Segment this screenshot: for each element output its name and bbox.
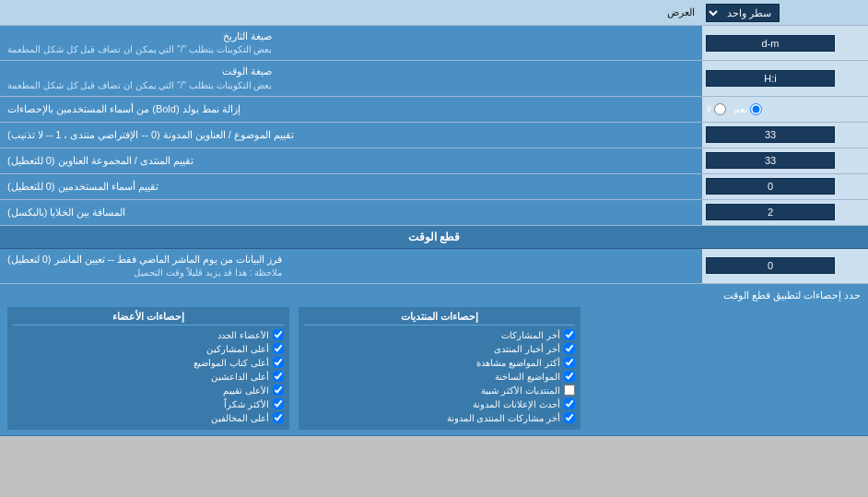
time-format-input-area [702, 61, 868, 95]
stats-post-check-3[interactable] [564, 371, 575, 382]
stats-mem-item-6: أعلى المخالفين [13, 412, 284, 423]
stats-mem-label-6: أعلى المخالفين [211, 413, 269, 423]
usernames-sort-input[interactable] [706, 178, 835, 195]
stats-post-label-1: أخر أخبار المنتدى [494, 344, 560, 354]
cutoff-days-label-text: فرز البيانات من يوم الماشر الماضي فقط --… [7, 254, 282, 265]
topic-sort-label-text: تقييم الموضوع / العناوين المدونة (0 -- ا… [7, 128, 294, 142]
stats-post-label-4: المنتديات الأكثر شبية [481, 385, 560, 396]
stats-post-item-2: أكثر المواضيع مشاهدة [304, 357, 575, 368]
stats-post-label-6: أخر مشاركات المنتدى المدونة [447, 413, 560, 423]
bold-remove-label: إزالة نمط بولد (Bold) من أسماء المستخدمي… [0, 97, 702, 122]
stats-post-check-6[interactable] [564, 412, 575, 423]
cutoff-days-row: فرز البيانات من يوم الماشر الماضي فقط --… [0, 249, 868, 284]
stats-mem-item-1: أعلى المشاركين [13, 343, 284, 354]
stats-post-item-6: أخر مشاركات المنتدى المدونة [304, 412, 575, 423]
header-label: العرض [0, 3, 702, 22]
usernames-sort-input-area [702, 174, 868, 199]
topic-sort-row: تقييم الموضوع / العناوين المدونة (0 -- ا… [0, 123, 868, 148]
stats-post-check-1[interactable] [564, 343, 575, 354]
cutoff-days-input[interactable] [706, 257, 835, 274]
stats-post-item-0: أخر المشاركات [304, 329, 575, 340]
stats-mem-item-4: الأعلى تقييم [13, 385, 284, 396]
stats-post-item-4: المنتديات الأكثر شبية [304, 385, 575, 396]
bold-remove-input-area: نعم لا [702, 97, 868, 122]
stats-col-posts: إحصاءات المنتديات أخر المشاركات أخر أخبا… [299, 307, 581, 430]
stats-section: حدد إحصاءات لتطبيق قطع الوقت إحصاءات الم… [0, 284, 868, 436]
date-format-row: صيغة التاريخ بعض التكوينات يتطلب "/" الت… [0, 26, 868, 61]
stats-mem-check-0[interactable] [273, 329, 284, 340]
stats-mem-check-6[interactable] [273, 412, 284, 423]
stats-mem-label-1: أعلى المشاركين [206, 344, 269, 354]
bold-radio-yes[interactable] [750, 103, 762, 115]
stats-mem-label-4: الأعلى تقييم [223, 385, 269, 396]
stats-post-check-5[interactable] [564, 398, 575, 409]
distance-input[interactable] [706, 204, 835, 220]
forum-sort-label-text: تقييم المنتدى / المجموعة العناوين (0 للت… [7, 154, 194, 168]
bold-radio-no-text: لا [706, 103, 711, 115]
forum-sort-input-area [702, 148, 868, 173]
stats-mem-item-0: الأعضاء الجدد [13, 329, 284, 340]
forum-sort-row: تقييم المنتدى / المجموعة العناوين (0 للت… [0, 148, 868, 174]
stats-col-members: إحصاءات الأعضاء الأعضاء الجدد أعلى المشا… [7, 307, 289, 430]
usernames-sort-label-text: تقييم أسماء المستخدمين (0 للتعطيل) [7, 180, 158, 194]
date-format-input[interactable] [706, 35, 835, 52]
header-input-area: سطر واحدسطرينثلاثة أسطر [702, 2, 868, 24]
usernames-sort-label: تقييم أسماء المستخدمين (0 للتعطيل) [0, 174, 702, 199]
topic-sort-label: تقييم الموضوع / العناوين المدونة (0 -- ا… [0, 123, 702, 148]
cutoff-days-label: فرز البيانات من يوم الماشر الماضي فقط --… [0, 249, 702, 283]
distance-row: المسافة بين الخلايا (بالبكسل) [0, 200, 868, 226]
bold-remove-label-text: إزالة نمط بولد (Bold) من أسماء المستخدمي… [7, 102, 240, 116]
forum-sort-label: تقييم المنتدى / المجموعة العناوين (0 للت… [0, 148, 702, 173]
stats-mem-item-3: أعلى الداعشين [13, 371, 284, 382]
stats-mem-check-4[interactable] [273, 385, 284, 396]
main-container: سطر واحدسطرينثلاثة أسطر العرض صيغة التار… [0, 0, 868, 436]
header-row: سطر واحدسطرينثلاثة أسطر العرض [0, 0, 868, 26]
cutoff-days-input-area [702, 249, 868, 283]
bold-radio-no-label[interactable]: لا [706, 103, 726, 115]
stats-section-title: حدد إحصاءات لتطبيق قطع الوقت [7, 290, 861, 302]
time-format-sublabel: بعض التكوينات يتطلب "/" التي يمكن ان تضا… [7, 79, 272, 92]
stats-post-item-5: أحدث الإعلانات المدونة [304, 398, 575, 409]
topic-sort-input[interactable] [706, 126, 835, 143]
header-label-text: العرض [667, 6, 695, 18]
distance-input-area [702, 200, 868, 225]
stats-post-check-0[interactable] [564, 329, 575, 340]
time-format-row: صيغة الوقت بعض التكوينات يتطلب "/" التي … [0, 61, 868, 96]
stats-mem-label-2: أعلى كتاب المواضيع [194, 358, 269, 368]
topic-sort-input-area [702, 123, 868, 148]
stats-col-members-title: إحصاءات الأعضاء [13, 311, 284, 325]
stats-mem-item-2: أعلى كتاب المواضيع [13, 357, 284, 368]
cutoff-section-divider: قطع الوقت [0, 226, 868, 249]
bold-radio-yes-text: نعم [733, 103, 747, 115]
stats-col-posts-title: إحصاءات المنتديات [304, 311, 575, 325]
stats-mem-check-3[interactable] [273, 371, 284, 382]
time-format-label-text: صيغة الوقت [222, 65, 272, 77]
date-format-label: صيغة التاريخ بعض التكوينات يتطلب "/" الت… [0, 26, 702, 60]
time-format-label: صيغة الوقت بعض التكوينات يتطلب "/" التي … [0, 61, 702, 95]
bold-radio-yes-label[interactable]: نعم [733, 103, 762, 115]
date-format-sublabel: بعض التكوينات يتطلب "/" التي يمكن ان تضا… [7, 43, 272, 56]
stats-post-item-3: المواضيع الساخنة [304, 371, 575, 382]
bold-radio-no[interactable] [714, 103, 726, 115]
forum-sort-input[interactable] [706, 152, 835, 169]
date-format-input-area [702, 26, 868, 60]
stats-empty-col [590, 307, 861, 430]
distance-label-text: المسافة بين الخلايا (بالبكسل) [7, 206, 126, 219]
stats-mem-check-2[interactable] [273, 357, 284, 368]
cutoff-days-sublabel: ملاحظة : هذا قد يزيد قليلاً وقت التحميل [7, 266, 282, 279]
stats-grid: إحصاءات المنتديات أخر المشاركات أخر أخبا… [7, 307, 861, 430]
stats-post-label-2: أكثر المواضيع مشاهدة [476, 358, 560, 368]
stats-mem-label-5: الأكثر شكراً [224, 399, 269, 409]
stats-mem-label-3: أعلى الداعشين [211, 372, 269, 382]
time-format-input[interactable] [706, 70, 835, 87]
date-format-label-text: صيغة التاريخ [223, 30, 272, 41]
stats-post-check-2[interactable] [564, 357, 575, 368]
stats-post-label-5: أحدث الإعلانات المدونة [473, 399, 560, 409]
stats-post-check-4[interactable] [564, 385, 575, 396]
stats-mem-check-1[interactable] [273, 343, 284, 354]
stats-mem-item-5: الأكثر شكراً [13, 398, 284, 409]
cutoff-section-title: قطع الوقت [408, 231, 460, 243]
stats-mem-check-5[interactable] [273, 398, 284, 409]
bold-radio-group: نعم لا [706, 103, 762, 115]
display-select[interactable]: سطر واحدسطرينثلاثة أسطر [706, 4, 780, 22]
